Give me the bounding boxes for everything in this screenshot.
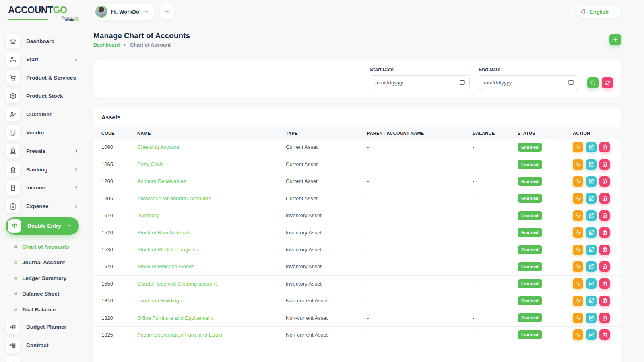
calendar-icon[interactable]	[568, 79, 574, 85]
account-balance: -	[473, 281, 474, 287]
activity-button[interactable]	[573, 210, 583, 221]
edit-button[interactable]	[586, 296, 597, 306]
activity-button[interactable]	[573, 261, 583, 272]
account-name-link[interactable]: Inventory	[137, 212, 159, 218]
create-account-button[interactable]	[609, 34, 621, 45]
account-name-link[interactable]: Petty Cash	[137, 161, 163, 167]
delete-button[interactable]	[599, 193, 610, 204]
sidebar-subitem-chart-of-accounts[interactable]: Chart of Accounts	[6, 239, 79, 255]
edit-button[interactable]	[586, 176, 597, 187]
activity-button[interactable]	[573, 329, 583, 340]
edit-button[interactable]	[586, 193, 597, 204]
edit-button[interactable]	[586, 329, 597, 340]
activity-icon	[576, 196, 581, 201]
account-balance: -	[473, 195, 474, 202]
parent-account: -	[367, 144, 369, 150]
edit-icon	[589, 144, 594, 150]
sidebar-subitem-journal-account[interactable]: Journal Account	[6, 255, 79, 270]
sidebar-item-dashboard[interactable]: Dashboard	[6, 34, 79, 48]
sidebar-item-expense[interactable]: $ Expense	[6, 199, 79, 213]
parent-account: -	[367, 247, 369, 253]
sidebar-subitem-ledger-summary[interactable]: Ledger Summary	[6, 270, 79, 286]
breadcrumb-current: Chart of Account	[130, 42, 171, 48]
chevron-right-icon	[74, 57, 79, 62]
account-name-link[interactable]: Allowance for doubtful accounts	[137, 195, 211, 202]
sidebar-item-double-entry[interactable]: Double Entry	[6, 217, 79, 235]
edit-button[interactable]	[586, 261, 597, 272]
sidebar-item-partial[interactable]	[6, 356, 79, 362]
sidebar-item-product-stock[interactable]: Product Stock	[6, 89, 79, 103]
table-row: 1065 Petty Cash Current Asset - - Enable…	[93, 156, 621, 173]
quick-add-button[interactable]	[160, 4, 174, 19]
edit-button[interactable]	[586, 245, 597, 255]
sidebar-item-vendor[interactable]: Vendor	[6, 125, 79, 140]
sidebar-item-contract[interactable]: $ Contract	[6, 338, 79, 353]
delete-button[interactable]	[599, 142, 610, 152]
app-window: ACCOUNTGO Powered by WORKDO Dashboard St…	[0, 0, 644, 362]
account-name-link[interactable]: Office Furniture and Equipement	[137, 315, 213, 321]
delete-button[interactable]	[599, 329, 610, 340]
edit-button[interactable]	[586, 227, 597, 238]
sidebar-item-banking[interactable]: Banking	[6, 162, 79, 177]
reset-button[interactable]	[602, 77, 613, 88]
activity-button[interactable]	[573, 296, 583, 306]
account-name-link[interactable]: Account Receivables	[137, 178, 186, 184]
account-name-link[interactable]: Stock of Raw Materials	[137, 230, 191, 236]
account-name-link[interactable]: Stock of Finished Goods	[137, 263, 194, 269]
sidebar-item-income[interactable]: Income	[6, 181, 79, 195]
delete-button[interactable]	[599, 278, 610, 289]
activity-button[interactable]	[573, 193, 583, 204]
account-name-link[interactable]: Accum.depreciation-Furn. and Equip	[137, 332, 222, 338]
sidebar-item-product-services[interactable]: Product & Services	[6, 70, 79, 85]
activity-button[interactable]	[573, 278, 583, 289]
account-name-link[interactable]: Checking Account	[137, 144, 179, 150]
activity-button[interactable]	[573, 142, 583, 152]
edit-button[interactable]	[586, 210, 597, 221]
account-balance: -	[473, 230, 474, 236]
sidebar-item-presale[interactable]: Presale	[6, 144, 79, 158]
account-name-link[interactable]: Goods Received Clearing account	[137, 281, 217, 287]
section-title: Assets	[93, 114, 621, 121]
sidebar-subitem-trial-balance[interactable]: Trial Balance	[6, 302, 79, 317]
delete-button[interactable]	[599, 261, 610, 272]
activity-button[interactable]	[573, 176, 583, 187]
sidebar-item-budget-planner[interactable]: $ Budget Planner	[6, 320, 79, 334]
home-icon	[6, 34, 20, 48]
sidebar-item-customer[interactable]: Customer	[6, 107, 79, 121]
start-date-input[interactable]	[370, 75, 470, 90]
delete-button[interactable]	[599, 227, 610, 238]
greeting-label: Hi, WorkDo!	[111, 9, 141, 15]
activity-button[interactable]	[573, 227, 583, 238]
calendar-icon[interactable]	[459, 79, 465, 85]
language-selector[interactable]: English	[576, 6, 621, 18]
sidebar-subitem-balance-sheet[interactable]: Balance Sheet	[6, 286, 79, 302]
breadcrumb-dashboard-link[interactable]: Dashboard	[93, 42, 120, 48]
search-icon	[590, 80, 596, 86]
delete-button[interactable]	[599, 245, 610, 255]
end-date-input[interactable]	[479, 75, 578, 90]
account-balance: -	[473, 144, 474, 150]
user-menu[interactable]: Hi, WorkDo!	[93, 4, 154, 20]
activity-button[interactable]	[573, 313, 583, 323]
account-name-link[interactable]: Stock of Work In Progress	[137, 247, 198, 253]
edit-button[interactable]	[586, 313, 597, 323]
delete-button[interactable]	[599, 210, 610, 221]
account-type: Current Asset	[286, 178, 318, 184]
svg-text:$: $	[10, 326, 12, 329]
delete-button[interactable]	[599, 176, 610, 187]
activity-button[interactable]	[573, 245, 583, 255]
end-date-label: End Date	[479, 67, 578, 72]
app-logo[interactable]: ACCOUNTGO Powered by WORKDO	[8, 5, 79, 22]
delete-button[interactable]	[599, 313, 610, 323]
logo-part-go: GO	[53, 5, 67, 15]
sidebar-item-staff[interactable]: Staff	[6, 52, 79, 67]
edit-button[interactable]	[586, 142, 597, 152]
activity-button[interactable]	[573, 159, 583, 170]
scales-icon	[8, 219, 21, 233]
account-name-link[interactable]: Land and Buildings	[137, 298, 182, 304]
edit-button[interactable]	[586, 278, 597, 289]
delete-button[interactable]	[599, 296, 610, 306]
search-button[interactable]	[587, 77, 599, 88]
edit-button[interactable]	[586, 159, 597, 170]
delete-button[interactable]	[599, 159, 610, 170]
